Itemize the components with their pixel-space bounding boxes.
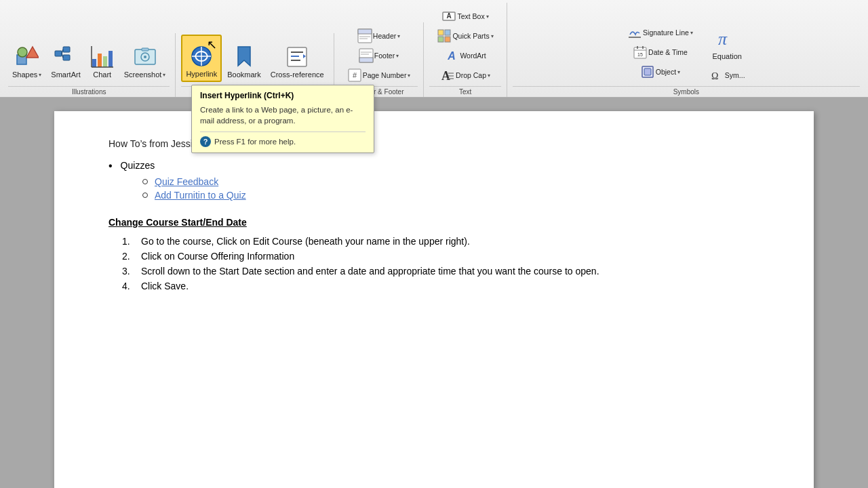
list-item-label: Quizzes (121, 160, 155, 171)
footer-label: Footer (374, 52, 395, 60)
svg-rect-17 (142, 48, 149, 51)
sub-list: Quiz Feedback Add Turnitin to a Quiz (142, 176, 760, 201)
svg-rect-38 (438, 30, 443, 35)
numbered-item-0: 1. Go to the course, Click on Edit Cours… (122, 236, 760, 247)
numbered-item-2: 3. Scroll down to the Start Date section… (122, 266, 760, 277)
bookmark-label: Bookmark (227, 70, 261, 79)
footer-icon (359, 48, 374, 63)
header-icon (357, 28, 372, 43)
screenshot-dropdown: ▾ (163, 72, 165, 78)
svg-rect-9 (98, 54, 102, 67)
equation-icon: π (715, 26, 739, 51)
hyperlink-tooltip: Insert Hyperlink (Ctrl+K) Create a link … (191, 85, 374, 153)
smartart-button[interactable]: SmartArt (47, 35, 84, 82)
svg-point-2 (18, 47, 27, 57)
equation-button[interactable]: π Equation (706, 23, 749, 64)
numbered-item-1-text: Click on Course Offering Information (141, 251, 294, 262)
numbered-list: 1. Go to the course, Click on Edit Cours… (122, 236, 760, 291)
wordart-icon: A (444, 48, 459, 63)
tooltip-help-text: Press F1 for more help. (214, 138, 296, 146)
screenshot-button[interactable]: Screenshot ▾ (120, 35, 170, 82)
bookmark-button[interactable]: Bookmark (223, 35, 265, 82)
pagenumber-button[interactable]: # Page Number ▾ (344, 66, 414, 85)
document-page: How To’s from Jessica’s Emails • Quizzes… (54, 111, 814, 488)
object-icon (640, 64, 655, 79)
svg-rect-27 (358, 29, 372, 34)
header-button[interactable]: Header ▾ (344, 26, 414, 45)
illustrations-group-label: Illustrations (8, 86, 170, 97)
datetime-icon: 15 (633, 45, 648, 60)
pagenumber-label: Page Number (363, 71, 407, 79)
object-label: Object (656, 68, 676, 76)
text-items: A Text Box ▾ (429, 4, 500, 85)
svg-text:A: A (448, 50, 456, 62)
hyperlink-label: Hyperlink (186, 70, 217, 79)
quickparts-button[interactable]: Quick Parts ▾ (433, 26, 496, 45)
sub-list-item-0: Quiz Feedback (142, 176, 760, 187)
dropcap-label: Drop Cap (456, 71, 486, 79)
datetime-label: Date & Time (648, 48, 688, 56)
bullet-icon: • (108, 160, 113, 172)
symbol-icon: Ω (709, 68, 724, 83)
svg-rect-10 (103, 56, 107, 67)
add-turnitin-link[interactable]: Add Turnitin to a Quiz (155, 190, 246, 201)
links-items: Hyperlink Bookmark (181, 35, 328, 85)
ribbon: Shapes ▾ SmartArt (0, 0, 868, 98)
circle-bullet-0 (142, 179, 148, 184)
svg-text:A: A (447, 12, 452, 20)
quickparts-label: Quick Parts (452, 32, 489, 40)
shapes-label: Shapes (12, 70, 37, 79)
svg-point-16 (144, 56, 146, 58)
numbered-item-0-text: Go to the course, Click on Edit Course (… (141, 236, 470, 247)
chart-label: Chart (93, 70, 111, 79)
svg-rect-39 (445, 30, 450, 35)
wordart-button[interactable]: A WordArt (433, 46, 496, 65)
hyperlink-icon (189, 44, 214, 68)
numbered-item-1: 2. Click on Course Offering Information (122, 251, 760, 262)
sub-list-item-1: Add Turnitin to a Quiz (142, 190, 760, 201)
textbox-icon: A (441, 9, 456, 24)
crossref-label: Cross-reference (271, 70, 324, 79)
shapes-button[interactable]: Shapes ▾ (8, 35, 45, 82)
svg-line-7 (62, 54, 63, 58)
symbols-col2: π Equation Ω Sym.. (706, 23, 749, 85)
hyperlink-button[interactable]: Hyperlink (181, 35, 222, 82)
list-item-quizzes: • Quizzes (108, 160, 760, 172)
chart-icon (90, 45, 115, 69)
symbols-group-label: Symbols (513, 86, 860, 97)
smartart-icon (54, 45, 78, 69)
svg-rect-5 (63, 55, 70, 60)
bookmark-icon (232, 45, 256, 69)
tooltip-help: ? Press F1 for more help. (200, 131, 366, 147)
datetime-button[interactable]: 15 Date & Time (624, 43, 696, 62)
svg-rect-11 (108, 51, 113, 67)
smartart-label: SmartArt (51, 70, 80, 79)
svg-rect-31 (359, 58, 373, 62)
svg-rect-4 (63, 47, 70, 52)
shapes-icon (15, 45, 39, 69)
svg-text:15: 15 (637, 52, 643, 57)
symbols-col1: Signature Line ▾ (624, 23, 696, 81)
svg-line-6 (62, 49, 63, 54)
text-group-label: Text (429, 86, 500, 97)
chart-button[interactable]: Chart (86, 35, 119, 82)
symbol-button[interactable]: Ω Sym... (706, 66, 749, 85)
group-illustrations: Shapes ▾ SmartArt (3, 33, 176, 97)
screenshot-icon (133, 45, 157, 69)
footer-button[interactable]: Footer ▾ (344, 46, 414, 65)
crossref-button[interactable]: Cross-reference (267, 35, 328, 82)
shapes-dropdown-arrow: ▾ (39, 72, 41, 78)
circle-bullet-1 (142, 192, 148, 198)
header-footer-col: Header ▾ (344, 26, 414, 85)
textbox-button[interactable]: A Text Box ▾ (433, 7, 496, 26)
quiz-feedback-link[interactable]: Quiz Feedback (155, 176, 218, 187)
svg-text:Ω: Ω (711, 71, 718, 81)
dropcap-button[interactable]: A Drop Cap ▾ (433, 66, 496, 85)
symbols-items: Signature Line ▾ (620, 20, 752, 85)
svg-marker-1 (26, 47, 39, 58)
crossref-icon (285, 45, 309, 69)
object-button[interactable]: Object ▾ (624, 62, 696, 81)
numbered-item-2-text: Scroll down to the Start Date section an… (141, 266, 599, 277)
signatureline-button[interactable]: Signature Line ▾ (624, 23, 696, 42)
svg-rect-40 (438, 37, 443, 42)
